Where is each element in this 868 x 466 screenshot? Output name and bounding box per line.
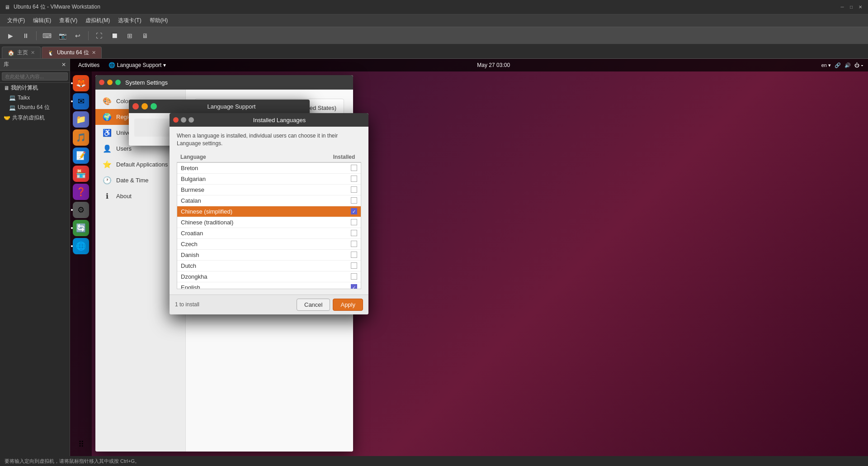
language-list: Breton Bulgarian Burmese Catalan	[177, 162, 361, 289]
croatian-checkbox[interactable]	[351, 230, 357, 236]
chinese-traditional-name: Chinese (traditional)	[181, 219, 351, 226]
czech-checkbox[interactable]	[351, 241, 357, 247]
lang-support-close-btn[interactable]	[132, 103, 139, 109]
power-icon[interactable]: ⏻ ▾	[854, 62, 863, 68]
volume-icon[interactable]: 🔊	[844, 62, 851, 68]
toolbar-display-btn[interactable]: 🖥	[138, 29, 152, 42]
czech-name: Czech	[181, 241, 351, 247]
shared-icon: 🤝	[4, 115, 10, 121]
dzongkha-checkbox[interactable]	[351, 273, 357, 280]
breton-checkbox[interactable]	[351, 165, 357, 171]
bulgarian-checkbox[interactable]	[351, 176, 357, 182]
apply-button[interactable]: Apply	[333, 299, 363, 311]
firefox-icon: 🦊	[76, 78, 86, 88]
lang-support-min-btn[interactable]	[142, 103, 148, 109]
burmese-checkbox[interactable]	[351, 186, 357, 193]
cancel-button[interactable]: Cancel	[297, 299, 330, 311]
tab-ubuntu-close[interactable]: ✕	[92, 50, 96, 56]
lang-item-bulgarian[interactable]: Bulgarian	[177, 174, 361, 185]
burmese-name: Burmese	[181, 186, 351, 193]
toolbar-fit-btn[interactable]: ⊞	[123, 29, 137, 42]
tab-home[interactable]: 🏠 主页 ✕	[2, 47, 41, 58]
settings-win-buttons	[99, 80, 121, 85]
dutch-checkbox[interactable]	[351, 262, 357, 269]
dock-settings[interactable]: ⚙	[73, 202, 89, 218]
settings-max-btn[interactable]	[115, 80, 121, 85]
toolbar-snapshot-btn[interactable]: 📷	[56, 29, 69, 42]
toolbar-fullscreen-btn[interactable]: ⛶	[92, 29, 106, 42]
menu-help[interactable]: 帮助(H)	[146, 16, 172, 25]
lang-item-catalan[interactable]: Catalan	[177, 195, 361, 206]
menu-file[interactable]: 文件(F)	[4, 16, 28, 25]
ubuntu64-label: Ubuntu 64 位	[18, 104, 50, 111]
tab-ubuntu[interactable]: 🐧 Ubuntu 64 位 ✕	[42, 47, 102, 58]
vm-tree-taikx[interactable]: 💻 Taikx	[0, 93, 70, 102]
lang-support-max-btn[interactable]	[151, 103, 157, 109]
vm-tree-ubuntu64[interactable]: 💻 Ubuntu 64 位	[0, 102, 70, 113]
globe-icon: 🌐	[108, 62, 115, 68]
settings-icon: ⚙	[77, 205, 85, 215]
toolbar-power-btn[interactable]: ▶	[4, 29, 17, 42]
lang-item-chinese-traditional[interactable]: Chinese (traditional)	[177, 217, 361, 228]
users-icon: 👤	[103, 144, 112, 153]
installed-max-btn[interactable]	[189, 117, 194, 123]
language-support-indicator[interactable]: 🌐 Language Support ▾	[108, 62, 165, 68]
installed-close-btn[interactable]	[173, 117, 179, 123]
dock-help[interactable]: ❓	[73, 184, 89, 200]
activities-button[interactable]: Activities	[75, 61, 103, 69]
settings-close-btn[interactable]	[99, 80, 104, 85]
grid-icon: ⠿	[78, 439, 84, 449]
vmware-tabbar: 🏠 主页 ✕ 🐧 Ubuntu 64 位 ✕	[0, 44, 868, 59]
dock-translate[interactable]: 🌐	[73, 238, 89, 254]
dock-app-grid[interactable]: ⠿	[73, 436, 89, 452]
settings-min-btn[interactable]	[107, 80, 113, 85]
dock-updater[interactable]: 🔄	[73, 220, 89, 236]
dock-appstore[interactable]: 🏪	[73, 166, 89, 182]
lang-item-burmese[interactable]: Burmese	[177, 185, 361, 195]
vm-search-input[interactable]	[2, 72, 68, 81]
vm-tree-my-computer[interactable]: 🖥 我的计算机	[0, 83, 70, 93]
vmware-toolbar: ▶ ⏸ ⌨ 📷 ↩ ⛶ 🔲 ⊞ 🖥	[0, 27, 868, 44]
menu-tabs[interactable]: 选项卡(T)	[114, 16, 145, 25]
chinese-simplified-checkbox[interactable]	[351, 208, 357, 214]
vmware-minimize-btn[interactable]: ─	[839, 4, 845, 10]
vmware-maximize-btn[interactable]: □	[848, 4, 854, 10]
chinese-traditional-checkbox[interactable]	[351, 219, 357, 225]
toolbar-restore-btn[interactable]: ↩	[71, 29, 85, 42]
toolbar-send-ctrl-btn[interactable]: ⌨	[40, 29, 54, 42]
accessibility-icon: ♿	[103, 128, 112, 137]
lang-item-english[interactable]: English	[177, 282, 361, 289]
info-icon: ℹ	[103, 192, 112, 200]
lang-item-czech[interactable]: Czech	[177, 239, 361, 250]
tab-home-close[interactable]: ✕	[31, 50, 35, 56]
lang-item-breton[interactable]: Breton	[177, 163, 361, 174]
lang-item-danish[interactable]: Danish	[177, 250, 361, 261]
keyboard-layout-indicator[interactable]: en ▾	[821, 62, 831, 68]
vmware-titlebar: 🖥 Ubuntu 64 位 - VMware Workstation ─ □ ✕	[0, 0, 868, 14]
settings-window-title: System Settings	[125, 79, 168, 86]
installed-min-btn[interactable]	[181, 117, 186, 123]
lang-item-croatian[interactable]: Croatian	[177, 228, 361, 239]
vmware-close-btn[interactable]: ✕	[857, 4, 863, 10]
toolbar-pause-btn[interactable]: ⏸	[19, 29, 33, 42]
menu-view[interactable]: 查看(V)	[56, 16, 81, 25]
toolbar-unity-btn[interactable]: 🔲	[108, 29, 121, 42]
sidebar-close-btn[interactable]: ✕	[61, 62, 66, 68]
lang-item-dutch[interactable]: Dutch	[177, 261, 361, 271]
english-checkbox[interactable]	[351, 284, 357, 289]
dock-mail[interactable]: ✉	[73, 93, 89, 109]
help-icon: ❓	[76, 187, 86, 197]
catalan-checkbox[interactable]	[351, 197, 357, 204]
dock-rhythmbox[interactable]: 🎵	[73, 129, 89, 146]
danish-checkbox[interactable]	[351, 252, 357, 258]
dock-firefox[interactable]: 🦊	[73, 75, 89, 91]
network-icon[interactable]: 🔗	[835, 62, 841, 68]
lang-item-dzongkha[interactable]: Dzongkha	[177, 271, 361, 282]
dock-writer[interactable]: 📝	[73, 147, 89, 164]
dock-files[interactable]: 📁	[73, 111, 89, 128]
menu-edit[interactable]: 编辑(E)	[29, 16, 55, 25]
vm-tree-shared[interactable]: 🤝 共享的虚拟机	[0, 113, 70, 123]
lang-item-chinese-simplified[interactable]: Chinese (simplified)	[177, 206, 361, 217]
statusbar: 要将输入定向到虚拟机，请将鼠标指针移入其中或按 Ctrl+G。	[0, 456, 868, 466]
menu-vm[interactable]: 虚拟机(M)	[82, 16, 113, 25]
